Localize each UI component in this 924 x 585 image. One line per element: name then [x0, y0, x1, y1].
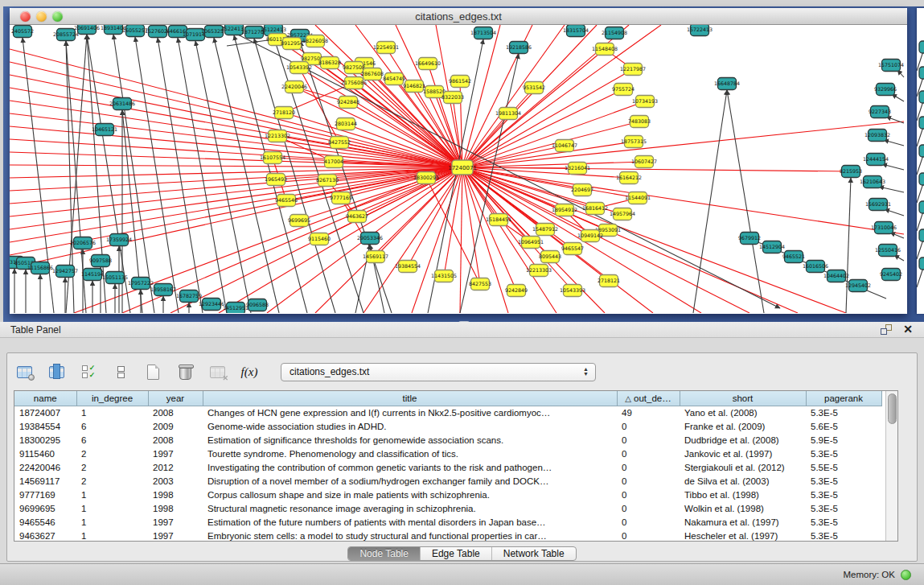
table-cell[interactable]: Stergiakouli et al. (2012)	[680, 460, 806, 474]
table-cell[interactable]: 5.9E-5	[806, 433, 881, 447]
table-cell[interactable]: 2003	[148, 474, 203, 488]
table-cell[interactable]: 19384554	[14, 419, 76, 433]
table-cell[interactable]: Hescheler et al. (1997)	[680, 529, 806, 542]
table-cell[interactable]: 1	[76, 515, 148, 529]
table-cell[interactable]: Estimation of the future numbers of pati…	[203, 515, 617, 529]
table-cell[interactable]: de Silva et al. (2003)	[680, 474, 806, 488]
table-cell[interactable]: Embryonic stem cells: a model to study s…	[203, 529, 617, 542]
table-cell[interactable]: Dudbridge et al. (2008)	[680, 433, 806, 447]
table-cell[interactable]: 9463627	[14, 529, 76, 542]
table-cell[interactable]: 0	[617, 529, 680, 542]
select-columns-button[interactable]: ✓ ✓	[76, 361, 101, 382]
table-cell[interactable]: 0	[617, 501, 680, 515]
table-cell[interactable]: 1	[76, 406, 148, 419]
table-cell[interactable]: 2	[76, 460, 148, 474]
row-options-button[interactable]	[109, 361, 133, 382]
tab-node-table[interactable]: Node Table	[348, 547, 420, 560]
table-cell[interactable]: 0	[617, 447, 680, 460]
network-node[interactable]	[919, 201, 924, 213]
delete-column-button[interactable]	[173, 361, 197, 382]
network-node[interactable]	[919, 173, 924, 185]
table-cell[interactable]: 2008	[148, 406, 203, 419]
network-window[interactable]: citations_edges.txt 24055722085572420691…	[10, 8, 907, 314]
table-cell[interactable]: 14569117	[14, 474, 76, 488]
column-header-in_degree[interactable]: in_degree	[76, 391, 148, 406]
table-mode-button[interactable]	[12, 361, 36, 382]
table-cell[interactable]: Investigating the contribution of common…	[203, 460, 617, 474]
table-cell[interactable]: 9115460	[14, 447, 76, 460]
table-cell[interactable]: Jankovic et al. (1997)	[680, 447, 806, 460]
table-cell[interactable]: 5.3E-5	[806, 474, 881, 488]
table-cell[interactable]: 1997	[148, 529, 203, 542]
float-panel-icon[interactable]	[881, 324, 892, 335]
table-cell[interactable]: 5.5E-5	[806, 460, 881, 474]
table-row[interactable]: 1872400712008Changes of HCN gene express…	[14, 406, 881, 419]
table-cell[interactable]: 0	[617, 474, 680, 488]
table-source-select[interactable]: citations_edges.txt ▲▼	[281, 363, 596, 381]
table-row[interactable]: 969969511998Structural magnetic resonanc…	[14, 501, 881, 515]
table-cell[interactable]: 0	[617, 460, 680, 474]
column-header-out_de[interactable]: △out_de…	[617, 391, 680, 406]
table-cell[interactable]: 0	[617, 419, 680, 433]
background-window-sliver[interactable]	[917, 8, 924, 314]
table-cell[interactable]: 2009	[148, 419, 203, 433]
column-header-name[interactable]: name	[14, 391, 76, 406]
table-cell[interactable]: Tourette syndrome. Phenomenology and cla…	[203, 447, 617, 460]
table-cell[interactable]: 5.6E-5	[806, 419, 881, 433]
table-row[interactable]: 1456911722003Disruption of a novel membe…	[14, 474, 881, 488]
table-cell[interactable]: Wolkin et al. (1998)	[680, 501, 806, 515]
column-header-pagerank[interactable]: pagerank	[806, 391, 881, 406]
network-node[interactable]	[919, 257, 924, 270]
table-cell[interactable]: 6	[76, 419, 148, 433]
table-cell[interactable]: 9465546	[14, 515, 76, 529]
table-row[interactable]: 1938455462009Genome-wide association stu…	[14, 419, 881, 433]
table-row[interactable]: 977716911998Corpus callosum shape and si…	[14, 488, 881, 501]
table-cell[interactable]: 6	[76, 433, 148, 447]
table-cell[interactable]: 1998	[148, 501, 203, 515]
table-cell[interactable]: 2012	[148, 460, 203, 474]
create-column-button[interactable]	[141, 361, 165, 382]
network-node[interactable]	[919, 145, 924, 157]
table-row[interactable]: 2242004622012Investigating the contribut…	[14, 460, 881, 474]
table-cell[interactable]: 0	[617, 433, 680, 447]
table-cell[interactable]: 1997	[148, 447, 203, 460]
table-row[interactable]: 1830029562008Estimation of significance …	[14, 433, 881, 447]
table-cell[interactable]: Changes of HCN gene expression and I(f) …	[203, 406, 617, 419]
column-header-year[interactable]: year	[148, 391, 203, 406]
table-cell[interactable]: 0	[617, 488, 680, 501]
table-cell[interactable]: 2	[76, 447, 148, 460]
table-row[interactable]: 946554611997Estimation of the future num…	[14, 515, 881, 529]
table-cell[interactable]: 5.3E-5	[806, 529, 881, 542]
table-cell[interactable]: 1998	[148, 488, 203, 501]
table-cell[interactable]: 9777169	[14, 488, 76, 501]
table-cell[interactable]: 0	[617, 515, 680, 529]
column-header-title[interactable]: title	[203, 391, 617, 406]
table-cell[interactable]: Genome-wide association studies in ADHD.	[203, 419, 617, 433]
table-cell[interactable]: Structural magnetic resonance image aver…	[203, 501, 617, 515]
vertical-scrollbar[interactable]	[885, 391, 897, 542]
table-cell[interactable]: 5.3E-5	[806, 406, 881, 419]
network-node[interactable]	[919, 229, 924, 241]
table-cell[interactable]: 1	[76, 529, 148, 542]
table-cell[interactable]: Estimation of significance thresholds fo…	[203, 433, 617, 447]
table-cell[interactable]: 5.3E-5	[806, 501, 881, 515]
network-node[interactable]	[919, 41, 924, 53]
table-cell[interactable]: 5.3E-5	[806, 447, 881, 460]
table-cell[interactable]: 1	[76, 501, 148, 515]
table-cell[interactable]: 49	[617, 406, 680, 419]
table-cell[interactable]: Franke et al. (2009)	[680, 419, 806, 433]
tab-edge-table[interactable]: Edge Table	[420, 547, 491, 560]
scrollbar-thumb[interactable]	[888, 393, 897, 424]
network-node[interactable]	[919, 67, 924, 79]
table-cell[interactable]: Yano et al. (2008)	[680, 406, 806, 419]
table-cell[interactable]: 2008	[148, 433, 203, 447]
table-cell[interactable]: Nakamura et al. (1997)	[680, 515, 806, 529]
network-canvas[interactable]: 2405572208557242069140618931406160552571…	[10, 25, 906, 313]
table-cell[interactable]: 9699695	[14, 501, 76, 515]
table-cell[interactable]: Tibbo et al. (1998)	[680, 488, 806, 501]
function-builder-button[interactable]: f(x)	[237, 361, 261, 382]
table-row[interactable]: 911546021997Tourette syndrome. Phenomeno…	[14, 447, 881, 460]
network-node[interactable]	[919, 91, 924, 103]
table-cell[interactable]: 22420046	[14, 460, 76, 474]
table-cell[interactable]: 2	[76, 474, 148, 488]
